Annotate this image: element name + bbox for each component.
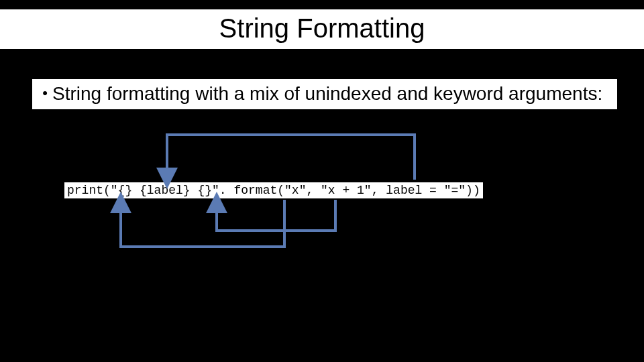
bullet-item: • String formatting with a mix of uninde… bbox=[32, 79, 617, 109]
slide-title: String Formatting bbox=[0, 9, 644, 49]
bullet-dot: • bbox=[38, 82, 52, 105]
slide: String Formatting • String formatting wi… bbox=[0, 0, 644, 362]
bullet-text: String formatting with a mix of unindexe… bbox=[52, 82, 612, 105]
diagram-arrows bbox=[0, 0, 644, 362]
code-line: print("{} {label} {}". format("x", "x + … bbox=[64, 182, 483, 198]
